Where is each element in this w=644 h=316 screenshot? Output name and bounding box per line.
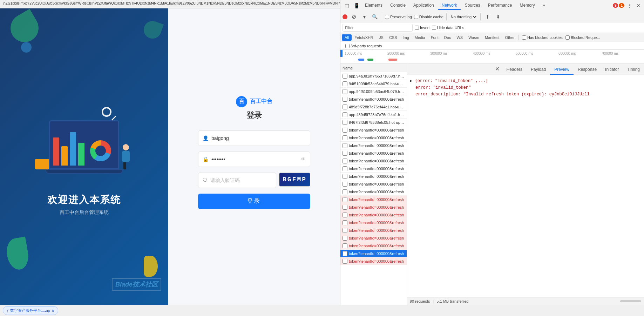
- detail-tab-payload[interactable]: Payload: [527, 65, 550, 75]
- filter-icon-btn[interactable]: ▾: [360, 13, 368, 21]
- captcha-input[interactable]: [210, 177, 272, 183]
- tab-sources[interactable]: Sources: [461, 1, 484, 10]
- table-row[interactable]: app.94a3d1af7f65371869d7.hot-...: [340, 72, 407, 80]
- tab-performance[interactable]: Performance: [484, 1, 516, 10]
- bottom-bar: ↑ 数字资产服务平台....zip ∧: [0, 305, 644, 316]
- password-input[interactable]: [211, 156, 298, 162]
- json-line-3: error_description: "Invalid refresh toke…: [415, 91, 641, 98]
- table-row[interactable]: token?tenantId=000000&refresh: [340, 126, 407, 134]
- type-tab-media[interactable]: Media: [412, 34, 428, 41]
- type-tab-img[interactable]: Img: [400, 34, 412, 41]
- welcome-sub: 百工中台后台管理系统: [60, 209, 109, 216]
- table-row[interactable]: token?tenantId=000000&refresh: [340, 227, 407, 234]
- third-party-checkbox[interactable]: 3rd-party requests: [345, 44, 382, 48]
- throttle-select[interactable]: No throttling: [449, 14, 477, 19]
- table-row[interactable]: 9467f2f3d678538efc05.hot-upd...: [340, 119, 407, 126]
- details-tabs: ✕ Headers Payload Preview Response Initi…: [407, 64, 644, 75]
- timeline-area: 100000 ms 200000 ms 300000 ms 400000 ms …: [340, 50, 644, 64]
- tab-console[interactable]: Console: [387, 1, 409, 10]
- detail-tab-initiator[interactable]: Initiator: [601, 65, 623, 75]
- detail-tab-timing[interactable]: Timing: [623, 65, 644, 75]
- device-icon[interactable]: 📱: [352, 1, 361, 10]
- inspect-icon[interactable]: ⬚: [343, 1, 351, 10]
- detail-tab-headers[interactable]: Headers: [502, 65, 527, 75]
- table-row[interactable]: token?tenantId=000000&refresh: [340, 257, 407, 265]
- blocked-requests-checkbox[interactable]: Blocked Reque...: [565, 35, 600, 40]
- clear-button[interactable]: ⊘: [350, 13, 358, 21]
- tab-network[interactable]: Network: [438, 1, 461, 10]
- details-close-btn[interactable]: ✕: [495, 64, 500, 75]
- requests-count: 90 requests: [410, 299, 430, 303]
- tab-more[interactable]: »: [539, 1, 549, 10]
- table-row[interactable]: token?tenantId=000000&refresh: [340, 95, 407, 103]
- scroll-thumb[interactable]: [620, 300, 641, 302]
- table-row[interactable]: app.489d5f728b7e76ef44c1.hot-...: [340, 111, 407, 119]
- record-button[interactable]: [343, 14, 347, 19]
- type-tab-manifest[interactable]: Manifest: [482, 34, 502, 41]
- detail-tab-response[interactable]: Response: [574, 65, 601, 75]
- logo-icon: 百: [236, 96, 247, 107]
- eye-icon[interactable]: 👁: [301, 156, 306, 162]
- devtools-settings-icon[interactable]: ⋮: [625, 1, 633, 10]
- tl-label-500: 500000 ms: [516, 50, 558, 57]
- login-logo: 百 百工中台: [236, 96, 272, 107]
- filter-input[interactable]: [343, 24, 413, 32]
- table-row[interactable]: 489d5f728b7e76ef44c1.hot-upd...: [340, 103, 407, 111]
- table-row[interactable]: token?tenantId=000000&refresh: [340, 149, 407, 157]
- detail-tab-preview[interactable]: Preview: [550, 65, 574, 75]
- decor-leaf-2: [141, 19, 164, 41]
- tab-memory[interactable]: Memory: [516, 1, 538, 10]
- type-tab-css[interactable]: CSS: [386, 34, 400, 41]
- username-input[interactable]: [211, 135, 306, 141]
- table-row[interactable]: token?tenantId=000000&refresh: [340, 180, 407, 188]
- type-tab-ws[interactable]: WS: [454, 34, 466, 41]
- table-row[interactable]: token?tenantId=000000&refresh: [340, 188, 407, 196]
- type-tab-doc[interactable]: Doc: [441, 34, 454, 41]
- table-row[interactable]: token?tenantId=000000&refresh: [340, 211, 407, 219]
- json-line-2: error: "invalid_token": [415, 85, 641, 91]
- login-button[interactable]: 登录: [198, 194, 310, 209]
- table-row[interactable]: token?tenantId=000000&refresh: [340, 203, 407, 211]
- disable-cache-checkbox[interactable]: Disable cache: [414, 15, 443, 19]
- tab-elements[interactable]: Elements: [361, 1, 386, 10]
- table-row[interactable]: token?tenantId=000000&refresh: [340, 234, 407, 242]
- table-row[interactable]: token?tenantId=000000&refresh: [340, 219, 407, 227]
- table-row[interactable]: 94f51009fb53ac64b079.hot-upd...: [340, 80, 407, 88]
- table-row[interactable]: token?tenantId=000000&refresh: [340, 242, 407, 250]
- import-icon[interactable]: ⬆: [483, 13, 492, 21]
- has-blocked-checkbox[interactable]: Has blocked cookies: [522, 35, 563, 40]
- third-party-bar: 3rd-party requests: [340, 42, 644, 50]
- type-tab-fetch[interactable]: Fetch/XHR: [352, 34, 376, 41]
- type-tab-other[interactable]: Other: [502, 34, 517, 41]
- type-tab-font[interactable]: Font: [428, 34, 441, 41]
- table-row[interactable]: token?tenantId=000000&refresh: [340, 165, 407, 173]
- captcha-icon: 🛡: [203, 177, 208, 183]
- table-row[interactable]: token?tenantId=000000&refresh: [340, 142, 407, 149]
- tab-application[interactable]: Application: [410, 1, 438, 10]
- table-row[interactable]: token?tenantId=000000&refresh: [340, 134, 407, 142]
- type-tab-js[interactable]: JS: [376, 34, 386, 41]
- devtools-close-icon[interactable]: ✕: [634, 1, 643, 10]
- invert-checkbox[interactable]: Invert: [415, 26, 430, 30]
- table-row[interactable]: token?tenantId=000000&refresh: [340, 157, 407, 165]
- download-chip[interactable]: ↑ 数字资产服务平台....zip ∧: [3, 306, 58, 315]
- table-row-selected[interactable]: token?tenantId=000000&refresh: [340, 250, 407, 257]
- hide-data-checkbox[interactable]: Hide data URLs: [432, 26, 465, 30]
- download-arrow-icon: ↑: [7, 309, 9, 313]
- table-row[interactable]: token?tenantId=000000&refresh: [340, 196, 407, 203]
- captcha-image[interactable]: BGFMP: [279, 173, 310, 187]
- export-icon[interactable]: ⬇: [494, 13, 502, 21]
- captcha-field: 🛡: [198, 173, 276, 188]
- type-tab-all[interactable]: All: [342, 34, 352, 41]
- preserve-log-label: Preserve log: [390, 15, 412, 19]
- preserve-log-checkbox[interactable]: Preserve log: [385, 15, 412, 19]
- search-icon-btn[interactable]: 🔍: [371, 13, 379, 21]
- nl-header: Name: [340, 64, 407, 72]
- details-panel: ✕ Headers Payload Preview Response Initi…: [407, 64, 644, 305]
- filter-bar: Invert Hide data URLs: [340, 22, 644, 33]
- type-tabs-bar: All Fetch/XHR JS CSS Img Media Font Doc …: [340, 33, 644, 42]
- type-tab-wasm[interactable]: Wasm: [466, 34, 482, 41]
- table-row[interactable]: token?tenantId=000000&refresh: [340, 173, 407, 180]
- table-row[interactable]: app.94f51009fb53ac64b079.hot-...: [340, 88, 407, 95]
- search-magnifier: [102, 107, 116, 121]
